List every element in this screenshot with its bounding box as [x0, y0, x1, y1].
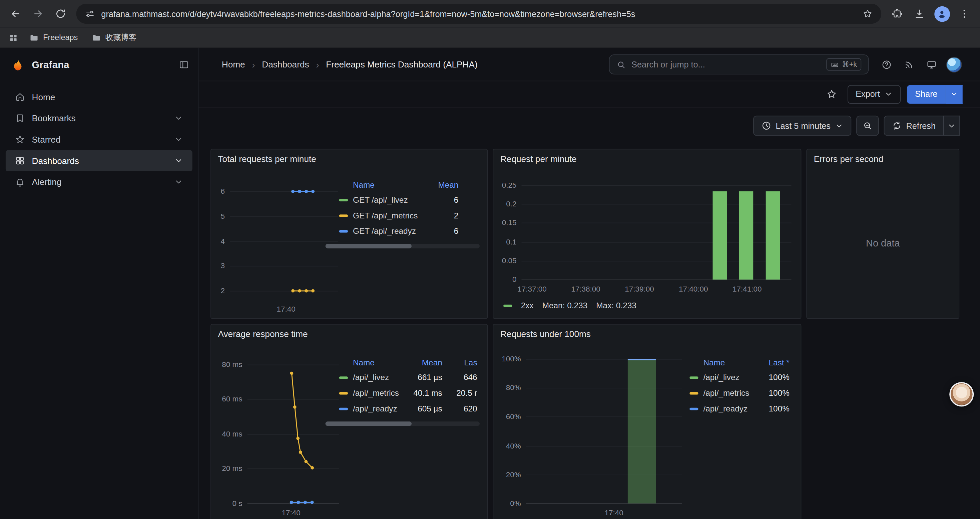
- dashboard-toolbar: Export Share: [199, 81, 980, 107]
- back-button[interactable]: [5, 3, 26, 24]
- chevron-down-icon: [948, 121, 956, 129]
- chart-plot[interactable]: [526, 359, 682, 504]
- series-color-dash: [339, 407, 348, 410]
- legend-table: NameMeanGET /api/_livez6GET /api/_metric…: [339, 177, 477, 239]
- chart-plot[interactable]: [230, 186, 338, 300]
- legend-series-name[interactable]: GET /api/_metrics: [339, 211, 422, 220]
- legend-row[interactable]: /api/_metrics100%: [689, 385, 791, 401]
- sidebar-item-starred[interactable]: Starred: [6, 129, 192, 150]
- legend-column-header[interactable]: Name: [339, 180, 422, 189]
- sidebar-item-alerting[interactable]: Alerting: [6, 171, 192, 193]
- legend-column-header[interactable]: Last *: [749, 357, 789, 367]
- reload-button[interactable]: [50, 3, 72, 24]
- gridline: [526, 446, 682, 446]
- floating-assistant-avatar[interactable]: [949, 382, 974, 406]
- legend[interactable]: 2xx Mean: 0.233 Max: 0.233: [503, 301, 636, 310]
- sidebar-item-bookmarks[interactable]: Bookmarks: [6, 107, 192, 129]
- x-axis-tick-label: 17:37:00: [504, 284, 560, 293]
- legend-series-name[interactable]: /api/_livez: [689, 373, 749, 382]
- bar: [739, 192, 754, 279]
- legend-column-header[interactable]: Las: [442, 357, 477, 367]
- panel-title[interactable]: Total requests per minute: [218, 154, 480, 164]
- legend-row[interactable]: /api/_livez661 µs646: [339, 370, 477, 385]
- legend-scrollbar[interactable]: [326, 244, 480, 248]
- time-range-picker[interactable]: Last 5 minutes: [753, 115, 851, 136]
- url-text[interactable]: grafana.mathmast.com/d/deytv4rwavabkb/fr…: [101, 9, 856, 18]
- legend-series-name[interactable]: /api/_metrics: [339, 388, 404, 398]
- search-input[interactable]: Search or jump to... ⌘+k: [609, 54, 869, 75]
- news-rss-icon[interactable]: [899, 55, 918, 74]
- panel-title[interactable]: Request per minute: [500, 154, 794, 164]
- extensions-icon[interactable]: [886, 3, 908, 24]
- refresh-button[interactable]: Refresh: [884, 115, 943, 136]
- help-icon[interactable]: [877, 55, 896, 74]
- breadcrumb-item[interactable]: Freeleaps Metrics Dashboard (ALPHA): [326, 59, 478, 69]
- legend-row[interactable]: /api/_readyz605 µs620: [339, 401, 477, 417]
- share-button[interactable]: Share: [907, 85, 946, 104]
- bookmark-star-icon[interactable]: [862, 9, 873, 19]
- bookmark-item[interactable]: 收藏博客: [91, 32, 137, 43]
- panel-title[interactable]: Errors per second: [814, 154, 952, 164]
- sidebar-item-dashboards[interactable]: Dashboards: [6, 150, 192, 171]
- panel-title[interactable]: Average response time: [218, 329, 480, 339]
- breadcrumb-item[interactable]: Home: [222, 59, 245, 69]
- refresh-interval-button[interactable]: [943, 115, 960, 136]
- legend-series-name[interactable]: GET /api/_readyz: [339, 227, 422, 236]
- time-range-label: Last 5 minutes: [776, 121, 830, 130]
- legend-scrollbar[interactable]: [326, 422, 480, 426]
- apps-grid-icon[interactable]: [9, 33, 18, 42]
- legend-series-name[interactable]: /api/_livez: [339, 373, 404, 382]
- legend-row[interactable]: /api/_livez100%: [689, 370, 791, 385]
- grafana-logo[interactable]: [11, 57, 25, 72]
- site-settings-icon[interactable]: [85, 9, 95, 19]
- legend-row[interactable]: /api/_metrics40.1 ms20.5 r: [339, 385, 477, 401]
- favorite-star-icon[interactable]: [822, 85, 841, 104]
- series-color-dash: [339, 214, 348, 216]
- user-avatar-image: [946, 56, 962, 72]
- legend-series-name[interactable]: GET /api/_livez: [339, 195, 422, 204]
- legend-column-header[interactable]: Mean: [422, 180, 459, 189]
- breadcrumb-item[interactable]: Dashboards: [262, 59, 309, 69]
- share-split-button: Share: [907, 85, 963, 104]
- y-axis-tick-label: 3: [211, 262, 225, 270]
- grafana-app: Grafana HomeBookmarksStarredDashboardsAl…: [0, 48, 980, 519]
- zoom-out-button[interactable]: [856, 115, 878, 136]
- legend-series-label[interactable]: 2xx: [521, 301, 534, 310]
- share-menu-button[interactable]: [946, 85, 963, 104]
- downloads-icon[interactable]: [908, 3, 930, 24]
- legend-row[interactable]: GET /api/_livez6: [339, 192, 477, 208]
- legend-column-header[interactable]: Mean: [404, 357, 442, 367]
- chevron-down-icon: [174, 156, 183, 165]
- series-color-dash: [503, 304, 512, 307]
- sidebar-item-home[interactable]: Home: [6, 86, 192, 107]
- y-axis-tick-label: 0.05: [493, 256, 516, 265]
- legend-row[interactable]: GET /api/_readyz6: [339, 223, 477, 239]
- chart-plot[interactable]: [248, 359, 339, 504]
- legend-series-name[interactable]: /api/_readyz: [339, 404, 404, 414]
- chart-plot[interactable]: [522, 181, 792, 279]
- legend-column-header[interactable]: Name: [339, 357, 404, 367]
- export-button[interactable]: Export: [848, 85, 900, 104]
- home-icon: [15, 92, 25, 102]
- browser-menu-icon[interactable]: [954, 3, 975, 24]
- sidebar-toggle-icon[interactable]: [179, 59, 189, 70]
- scrollbar-thumb[interactable]: [326, 422, 412, 426]
- display-icon[interactable]: [922, 55, 941, 74]
- bookmark-label: 收藏博客: [105, 32, 137, 43]
- profile-avatar[interactable]: [931, 3, 953, 24]
- legend-row[interactable]: /api/_readyz100%: [689, 401, 791, 417]
- legend-series-name[interactable]: /api/_metrics: [689, 388, 749, 398]
- user-avatar[interactable]: [944, 55, 963, 74]
- bookmark-item[interactable]: Freeleaps: [29, 32, 78, 43]
- y-axis-tick-label: 2: [211, 287, 225, 295]
- forward-button[interactable]: [27, 3, 49, 24]
- legend-row[interactable]: GET /api/_metrics2: [339, 208, 477, 224]
- gridline: [522, 185, 792, 186]
- panel-title[interactable]: Requests under 100ms: [500, 329, 794, 339]
- address-bar[interactable]: grafana.mathmast.com/d/deytv4rwavabkb/fr…: [76, 4, 881, 24]
- x-axis-tick-label: 17:40: [586, 508, 642, 517]
- time-controls: Last 5 minutes Refresh: [753, 115, 960, 136]
- legend-series-name[interactable]: /api/_readyz: [689, 404, 749, 414]
- legend-column-header[interactable]: Name: [689, 357, 749, 367]
- scrollbar-thumb[interactable]: [326, 244, 412, 248]
